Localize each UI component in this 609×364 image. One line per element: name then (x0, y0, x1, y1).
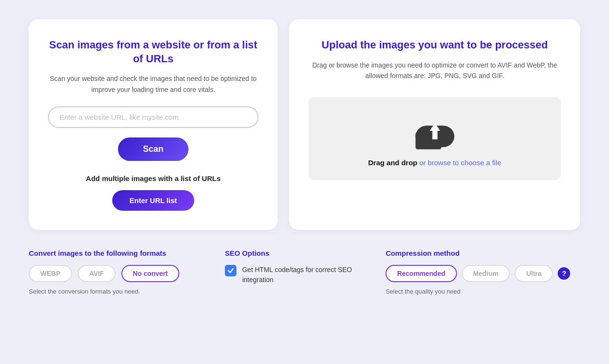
checkmark-icon (227, 267, 234, 274)
format-pills: WEBP AVIF No convert (29, 265, 206, 282)
seo-label: Get HTML code/tags for correct SEO integ… (242, 265, 366, 285)
formats-title: Convert images to the following formats (29, 249, 206, 257)
compression-title: Compression method (386, 249, 580, 257)
pill-ultra[interactable]: Ultra (515, 265, 553, 282)
pill-medium[interactable]: Medium (462, 265, 510, 282)
pill-webp[interactable]: WEBP (29, 265, 72, 282)
add-multiple-label: Add multiple images with a list of URLs (86, 174, 221, 182)
upload-card: Upload the images you want to be process… (289, 19, 580, 230)
url-input[interactable] (48, 106, 258, 128)
drop-label: Drag and drop or browse to choose a file (368, 159, 502, 167)
compression-pills: Recommended Medium Ultra ? (386, 265, 580, 282)
format-hint: Select the conversion formats you need. (29, 288, 206, 295)
seo-title: SEO Options (225, 249, 366, 257)
seo-block: SEO Options Get HTML code/tags for corre… (215, 249, 376, 285)
seo-row: Get HTML code/tags for correct SEO integ… (225, 265, 366, 285)
scan-button[interactable]: Scan (118, 137, 188, 161)
help-icon[interactable]: ? (558, 267, 570, 280)
svg-rect-1 (415, 132, 441, 149)
seo-checkbox[interactable] (225, 265, 236, 276)
pill-recommended[interactable]: Recommended (386, 265, 457, 282)
cloud-upload-icon (413, 116, 457, 150)
scan-card-title: Scan images from a website or from a lis… (48, 38, 258, 66)
compression-block: Compression method Recommended Medium Ul… (376, 249, 580, 295)
url-list-button[interactable]: Enter URL list (112, 190, 194, 211)
scan-card-desc: Scan your website and check the images t… (48, 73, 258, 95)
upload-dropzone[interactable]: Drag and drop or browse to choose a file (308, 97, 561, 180)
pill-no-convert[interactable]: No convert (121, 265, 179, 282)
upload-card-title: Upload the images you want to be process… (322, 38, 548, 52)
pill-avif[interactable]: AVIF (78, 265, 116, 282)
compression-hint: Select the quality you need (386, 288, 580, 295)
scan-card: Scan images from a website or from a lis… (29, 19, 278, 230)
upload-card-desc: Drag or browse the images you need to op… (308, 60, 561, 81)
format-block: Convert images to the following formats … (29, 249, 215, 295)
